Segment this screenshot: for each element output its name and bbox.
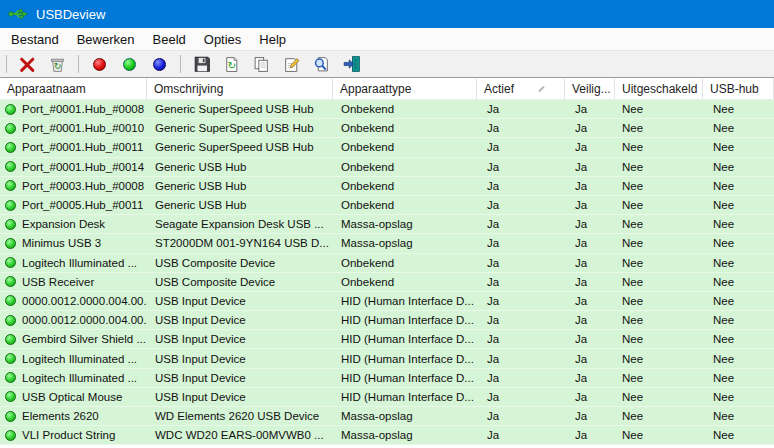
- cell-veilig: Ja: [565, 330, 615, 348]
- save-button[interactable]: [189, 53, 214, 75]
- cell-uitgeschakeld: Nee: [615, 388, 703, 406]
- device-name: Port_#0005.Hub_#0011: [22, 199, 143, 211]
- connect-green-button[interactable]: [117, 53, 142, 75]
- table-row[interactable]: USB ReceiverUSB Composite DeviceOnbekend…: [0, 273, 774, 292]
- column-header-apparaatnaam[interactable]: Apparaatnaam: [0, 78, 147, 99]
- toolbar-separator: [6, 55, 7, 73]
- table-row[interactable]: VLI Product StringWDC WD20 EARS-00MVWB0 …: [0, 426, 774, 445]
- table-row[interactable]: Port_#0003.Hub_#0008Generic USB HubOnbek…: [0, 177, 774, 196]
- device-name-cell: Expansion Desk: [0, 215, 147, 233]
- cell-description: USB Input Device: [147, 330, 333, 348]
- cell-type: Massa-opslag: [333, 215, 477, 233]
- refresh-button[interactable]: ↻: [219, 53, 244, 75]
- window-title: USBDeview: [36, 7, 105, 22]
- menu-item-help[interactable]: Help: [250, 30, 295, 49]
- column-header-apparaattype[interactable]: Apparaattype: [333, 78, 477, 99]
- cell-description: WDC WD20 EARS-00MVWB0 ...: [147, 426, 333, 444]
- cell-actief: Ja: [477, 369, 565, 387]
- device-connected-icon: [5, 315, 16, 326]
- table-row[interactable]: Expansion DeskSeagate Expansion Desk USB…: [0, 215, 774, 234]
- device-name: Logitech Illuminated ...: [22, 257, 137, 269]
- cell-description: USB Composite Device: [147, 273, 333, 291]
- table-row[interactable]: Port_#0001.Hub_#0011Generic SuperSpeed U…: [0, 138, 774, 157]
- table-row[interactable]: Port_#0005.Hub_#0011Generic USB HubOnbek…: [0, 196, 774, 215]
- cell-type: Massa-opslag: [333, 407, 477, 425]
- toolbar-separator: [78, 55, 79, 73]
- device-connected-icon: [5, 391, 16, 402]
- toggle-blue-button[interactable]: [147, 53, 172, 75]
- cell-actief: Ja: [477, 100, 565, 118]
- column-header-label: USB-hub: [710, 82, 759, 96]
- device-connected-icon: [5, 411, 16, 422]
- cell-uitgeschakeld: Nee: [615, 273, 703, 291]
- menu-item-beeld[interactable]: Beeld: [144, 30, 195, 49]
- column-header-usb-hub[interactable]: USB-hub: [703, 78, 774, 99]
- uninstall-bin-icon: ↻: [49, 56, 66, 73]
- cell-type: HID (Human Interface D...: [333, 349, 477, 367]
- table-row[interactable]: Logitech Illuminated ...USB Input Device…: [0, 349, 774, 368]
- device-name-cell: Minimus USB 3: [0, 234, 147, 252]
- cell-veilig: Ja: [565, 254, 615, 272]
- delete-device-button[interactable]: [15, 53, 40, 75]
- device-connected-icon: [5, 180, 16, 191]
- table-row[interactable]: Minimus USB 3ST2000DM 001-9YN164 USB D..…: [0, 234, 774, 253]
- find-icon: [313, 56, 330, 73]
- table-row[interactable]: Gembird Silver Shield ...USB Input Devic…: [0, 330, 774, 349]
- table-row[interactable]: Elements 2620WD Elements 2620 USB Device…: [0, 407, 774, 426]
- column-header-actief[interactable]: Actief: [477, 78, 565, 99]
- cell-description: WD Elements 2620 USB Device: [147, 407, 333, 425]
- table-row[interactable]: Port_#0001.Hub_#0014Generic USB HubOnbek…: [0, 158, 774, 177]
- cell-actief: Ja: [477, 388, 565, 406]
- table-row[interactable]: USB Optical MouseUSB Input DeviceHID (Hu…: [0, 388, 774, 407]
- device-name-cell: Logitech Illuminated ...: [0, 349, 147, 367]
- device-name-cell: 0000.0012.0000.004.00...: [0, 311, 147, 329]
- cell-uitgeschakeld: Nee: [615, 254, 703, 272]
- table-row[interactable]: 0000.0012.0000.004.00...USB Input Device…: [0, 292, 774, 311]
- device-name: Expansion Desk: [22, 218, 105, 230]
- device-name-cell: Port_#0005.Hub_#0011: [0, 196, 147, 214]
- copy-button[interactable]: [249, 53, 274, 75]
- device-name: Logitech Illuminated ...: [22, 372, 137, 384]
- cell-actief: Ja: [477, 349, 565, 367]
- find-button[interactable]: [309, 53, 334, 75]
- menu-item-opties[interactable]: Opties: [195, 30, 251, 49]
- exit-button[interactable]: [339, 53, 364, 75]
- cell-type: HID (Human Interface D...: [333, 388, 477, 406]
- cell-description: Generic USB Hub: [147, 177, 333, 195]
- column-header-label: Apparaattype: [340, 82, 411, 96]
- properties-icon: [283, 56, 300, 73]
- table-row[interactable]: Port_#0001.Hub_#0008Generic SuperSpeed U…: [0, 100, 774, 119]
- table-row[interactable]: Port_#0001.Hub_#0010Generic SuperSpeed U…: [0, 119, 774, 138]
- menu-bar: BestandBewerkenBeeldOptiesHelp: [0, 28, 774, 50]
- device-name-cell: Port_#0001.Hub_#0011: [0, 138, 147, 156]
- device-name-cell: Port_#0001.Hub_#0014: [0, 158, 147, 176]
- menu-item-bewerken[interactable]: Bewerken: [68, 30, 144, 49]
- column-header-omschrijving[interactable]: Omschrijving: [147, 78, 333, 99]
- app-window: USBDeview BestandBewerkenBeeldOptiesHelp…: [0, 0, 774, 448]
- cell-type: HID (Human Interface D...: [333, 369, 477, 387]
- cell-type: Onbekend: [333, 177, 477, 195]
- cell-description: USB Input Device: [147, 349, 333, 367]
- title-bar[interactable]: USBDeview: [0, 0, 774, 28]
- table-row[interactable]: Logitech Illuminated ...USB Composite De…: [0, 254, 774, 273]
- uninstall-button[interactable]: ↻: [45, 53, 70, 75]
- device-name: Port_#0001.Hub_#0011: [22, 141, 143, 153]
- cell-uitgeschakeld: Nee: [615, 311, 703, 329]
- device-connected-icon: [5, 142, 16, 153]
- toolbar: ↻ ↻: [0, 50, 774, 78]
- cell-veilig: Ja: [565, 119, 615, 137]
- properties-button[interactable]: [279, 53, 304, 75]
- device-connected-icon: [5, 334, 16, 345]
- cell-description: Seagate Expansion Desk USB ...: [147, 215, 333, 233]
- disconnect-red-button[interactable]: [87, 53, 112, 75]
- table-row[interactable]: 0000.0012.0000.004.00...USB Input Device…: [0, 311, 774, 330]
- green-ball-icon: [123, 58, 136, 71]
- cell-usb-hub: Nee: [703, 158, 774, 176]
- column-header-uitgeschakeld[interactable]: Uitgeschakeld: [615, 78, 703, 99]
- table-row[interactable]: Logitech Illuminated ...USB Input Device…: [0, 369, 774, 388]
- cell-veilig: Ja: [565, 158, 615, 176]
- menu-item-bestand[interactable]: Bestand: [2, 30, 68, 49]
- column-header-veilig[interactable]: Veilig...: [565, 78, 615, 99]
- toolbar-separator: [180, 55, 181, 73]
- cell-usb-hub: Nee: [703, 349, 774, 367]
